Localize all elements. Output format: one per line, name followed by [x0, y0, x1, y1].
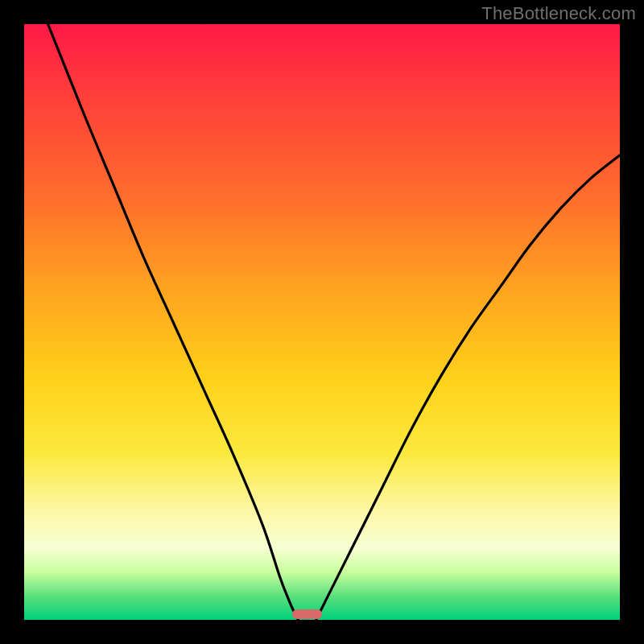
bottleneck-curve: [24, 24, 620, 620]
chart-frame: TheBottleneck.com: [0, 0, 644, 644]
plot-area: [24, 24, 620, 620]
watermark-text: TheBottleneck.com: [481, 3, 636, 24]
optimal-marker: [292, 609, 322, 619]
curve-right-branch: [316, 155, 620, 620]
curve-left-branch: [48, 24, 299, 620]
